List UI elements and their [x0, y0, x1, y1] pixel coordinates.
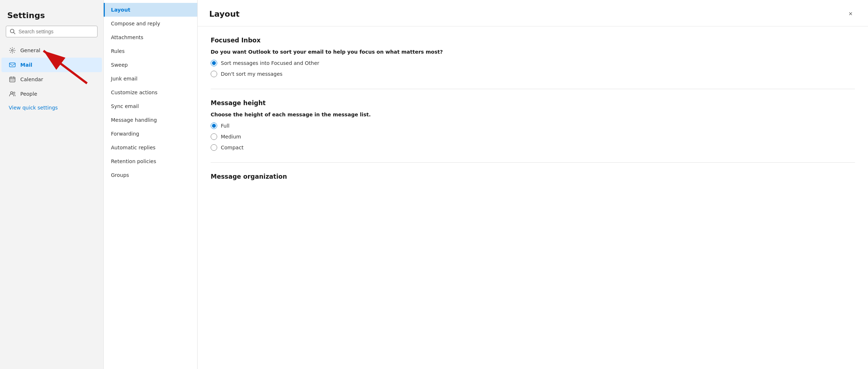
- sidebar-item-people[interactable]: People: [1, 87, 102, 101]
- gear-icon: [9, 47, 16, 54]
- radio-full-input[interactable]: [211, 123, 217, 129]
- divider-2: [211, 162, 855, 163]
- menu-item-retention-policies[interactable]: Retention policies: [104, 154, 197, 168]
- settings-title: Settings: [0, 7, 103, 26]
- menu-item-forwarding[interactable]: Forwarding: [104, 127, 197, 141]
- radio-medium[interactable]: Medium: [211, 133, 855, 140]
- focused-inbox-section: Focused Inbox Do you want Outlook to sor…: [211, 37, 855, 77]
- mail-icon: [9, 61, 16, 69]
- radio-sort-focused-input[interactable]: [211, 60, 217, 66]
- message-height-title: Message height: [211, 99, 855, 107]
- radio-dont-sort-label: Don't sort my messages: [221, 71, 282, 77]
- divider-1: [211, 89, 855, 89]
- close-button[interactable]: ×: [845, 8, 856, 20]
- svg-point-2: [12, 50, 13, 51]
- svg-point-8: [11, 92, 13, 94]
- content-body: Focused Inbox Do you want Outlook to sor…: [198, 26, 868, 202]
- menu-item-groups[interactable]: Groups: [104, 168, 197, 182]
- sidebar: Settings General Mail: [0, 0, 103, 369]
- message-organization-section: Message organization: [211, 173, 855, 180]
- sidebar-item-general-label: General: [20, 47, 40, 53]
- search-box[interactable]: [6, 26, 98, 37]
- radio-medium-input[interactable]: [211, 133, 217, 140]
- menu-item-automatic-replies[interactable]: Automatic replies: [104, 141, 197, 154]
- menu-item-attachments[interactable]: Attachments: [104, 30, 197, 44]
- radio-dont-sort-input[interactable]: [211, 71, 217, 77]
- message-height-desc: Choose the height of each message in the…: [211, 112, 855, 117]
- radio-compact[interactable]: Compact: [211, 144, 855, 151]
- radio-sort-focused[interactable]: Sort messages into Focused and Other: [211, 60, 855, 66]
- menu-item-junk-email[interactable]: Junk email: [104, 72, 197, 86]
- menu-item-message-handling[interactable]: Message handling: [104, 113, 197, 127]
- sidebar-item-general[interactable]: General: [1, 43, 102, 58]
- radio-medium-label: Medium: [221, 134, 241, 140]
- radio-sort-focused-label: Sort messages into Focused and Other: [221, 60, 319, 66]
- people-icon: [9, 90, 16, 98]
- focused-inbox-title: Focused Inbox: [211, 37, 855, 44]
- sidebar-item-calendar-label: Calendar: [20, 76, 43, 82]
- menu-item-sync-email[interactable]: Sync email: [104, 99, 197, 113]
- svg-rect-7: [13, 80, 14, 80]
- svg-rect-3: [9, 63, 15, 67]
- menu-item-sweep[interactable]: Sweep: [104, 58, 197, 72]
- svg-line-1: [14, 33, 15, 34]
- middle-menu: Layout Compose and reply Attachments Rul…: [103, 0, 198, 369]
- menu-item-compose-reply[interactable]: Compose and reply: [104, 17, 197, 30]
- message-height-section: Message height Choose the height of each…: [211, 99, 855, 151]
- menu-item-customize-actions[interactable]: Customize actions: [104, 86, 197, 99]
- radio-dont-sort[interactable]: Don't sort my messages: [211, 71, 855, 77]
- focused-inbox-desc: Do you want Outlook to sort your email t…: [211, 49, 855, 55]
- svg-point-9: [13, 92, 15, 94]
- menu-item-rules[interactable]: Rules: [104, 44, 197, 58]
- radio-compact-label: Compact: [221, 145, 244, 150]
- radio-compact-input[interactable]: [211, 144, 217, 151]
- radio-full[interactable]: Full: [211, 123, 855, 129]
- page-title: Layout: [209, 9, 240, 18]
- menu-item-layout[interactable]: Layout: [104, 3, 197, 17]
- calendar-icon: [9, 76, 16, 83]
- svg-rect-4: [10, 77, 15, 82]
- view-quick-settings-link[interactable]: View quick settings: [1, 101, 102, 114]
- message-organization-title: Message organization: [211, 173, 855, 180]
- sidebar-item-people-label: People: [20, 91, 37, 97]
- sidebar-item-mail[interactable]: Mail: [1, 58, 102, 72]
- svg-rect-6: [12, 80, 13, 80]
- sidebar-item-calendar[interactable]: Calendar: [1, 72, 102, 87]
- search-input[interactable]: [18, 29, 94, 34]
- sidebar-item-mail-label: Mail: [20, 62, 32, 68]
- radio-full-label: Full: [221, 123, 230, 129]
- main-content: Layout × Focused Inbox Do you want Outlo…: [198, 0, 868, 369]
- search-icon: [10, 29, 16, 34]
- main-header: Layout ×: [198, 0, 868, 26]
- svg-rect-5: [11, 80, 11, 80]
